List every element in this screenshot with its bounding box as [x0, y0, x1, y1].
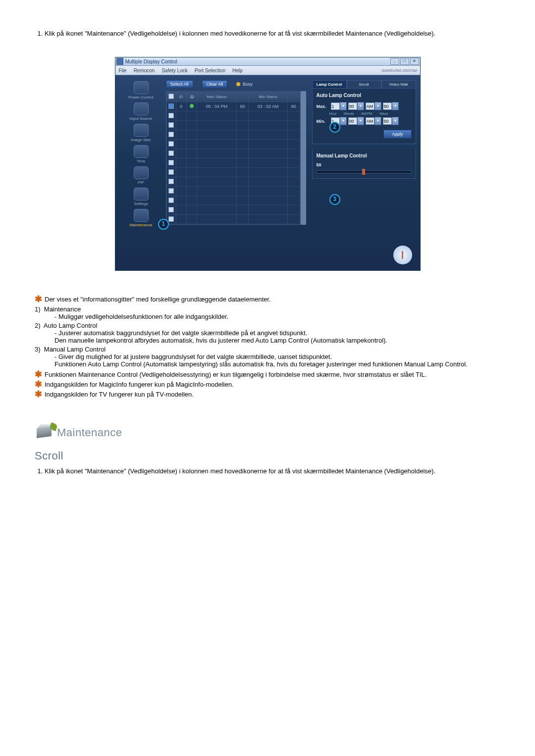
max-ampm-input[interactable] [366, 102, 374, 110]
dropdown-icon[interactable]: ▾ [374, 117, 381, 125]
col-maxstatus: Max Status [197, 92, 237, 102]
auto-lamp-panel: Auto Lamp Control Max. ▾ ▾ ▾ ▾ Hour Minu… [312, 89, 416, 144]
col-minute: Minute [344, 112, 354, 115]
numbered-list: 1) Maintenance - Muliggør vedligeholdels… [35, 305, 500, 368]
titlebar: Multiple Display Control _ □ × [115, 57, 420, 66]
min-value-input[interactable] [383, 117, 392, 125]
tab-lamp-control[interactable]: Lamp Control [312, 80, 347, 89]
menu-file[interactable]: File [115, 68, 130, 73]
min-minute-input[interactable] [348, 117, 357, 125]
callout-1: 1 [158, 219, 169, 230]
item-body: - Giver dig mulighed for at justere bagg… [54, 353, 500, 368]
busy-indicator: Busy [236, 82, 253, 87]
table-row [166, 140, 300, 149]
table-row [166, 121, 300, 130]
dropdown-icon[interactable]: ▾ [357, 102, 364, 110]
col-hour: Hour [329, 112, 337, 115]
tab-video-wall[interactable]: Video Wall [381, 80, 416, 89]
sidebar-item-image[interactable]: Image Size [119, 123, 163, 143]
item-title: Manual Lamp Control [44, 346, 106, 353]
col-power: ⏻ [186, 92, 197, 102]
item-title: Maintenance [44, 305, 81, 313]
sidebar-label: PIP [119, 180, 163, 185]
section-maintenance: Maintenance [35, 423, 500, 442]
max-hour-input[interactable] [331, 102, 340, 110]
menu-safety-lock[interactable]: Safety Lock [158, 68, 191, 73]
maintenance-icon [134, 209, 149, 222]
manual-lamp-title: Manual Lamp Control [317, 153, 367, 158]
sidebar-label: Power Control [119, 95, 163, 100]
tab-scroll[interactable]: Scroll [347, 80, 381, 89]
item-body: - Muliggør vedligeholdelsesfunktionen fo… [54, 313, 500, 320]
input-icon [134, 102, 149, 115]
manual-slider[interactable] [317, 170, 412, 173]
slider-thumb[interactable] [362, 169, 365, 175]
apply-button[interactable]: Apply [383, 130, 412, 139]
col-maxv [236, 92, 249, 102]
table-row [166, 187, 300, 196]
maximize-button[interactable]: □ [400, 58, 409, 65]
menubar: File Remocon Safety Lock Port Selection … [115, 66, 420, 75]
col-value: Value [379, 112, 388, 115]
menu-help[interactable]: Help [229, 68, 246, 73]
col-id: ID [176, 92, 186, 102]
table-row [166, 196, 300, 205]
brand-label: SAMSUNG DIGITall [381, 68, 420, 73]
note-text: Indgangskilden for TV fungerer kun på TV… [45, 391, 194, 398]
app-window: Multiple Display Control _ □ × File Remo… [115, 57, 421, 271]
minimize-button[interactable]: _ [390, 58, 399, 65]
sidebar-item-maintenance[interactable]: Maintenance [119, 208, 163, 228]
data-grid: ID ⏻ Max Status Min Status 0 05 : 04 PM [166, 91, 301, 225]
sidebar-item-settings[interactable]: Settings [119, 187, 163, 207]
manual-value: 50 [317, 162, 321, 167]
app-icon [116, 58, 123, 65]
intro-text: Klik på ikonet "Maintenance" (Vedligehol… [45, 30, 435, 37]
intro2-text: Klik på ikonet "Maintenance" (Vedligehol… [45, 467, 435, 475]
dropdown-icon[interactable]: ▾ [340, 102, 347, 110]
table-row [166, 111, 300, 121]
table-row [166, 168, 300, 177]
min-ampm-input[interactable] [366, 117, 374, 125]
sidebar: Power Control Input Source Image Size Ti… [119, 80, 163, 265]
power-icon [134, 81, 149, 94]
menu-port-selection[interactable]: Port Selection [191, 68, 229, 73]
item-title: Auto Lamp Control [44, 322, 97, 329]
item-num: 1) [35, 305, 41, 313]
dropdown-icon[interactable]: ▾ [392, 102, 399, 110]
sidebar-label: Time [119, 159, 163, 163]
dropdown-icon[interactable]: ▾ [392, 117, 399, 125]
sidebar-item-pip[interactable]: PIP [119, 165, 163, 186]
section-title: Maintenance [57, 426, 122, 439]
busy-dot-icon [236, 82, 240, 86]
col-ampm: AM/PM [361, 112, 373, 115]
item-num: 3) [35, 346, 41, 353]
dropdown-icon[interactable]: ▾ [374, 102, 381, 110]
pip-icon [134, 166, 149, 179]
sidebar-item-input[interactable]: Input Source [119, 101, 163, 122]
table-row [166, 205, 300, 215]
dropdown-icon[interactable]: ▾ [357, 117, 364, 125]
note-text: Indgangskilden for MagicInfo fungerer ku… [45, 381, 234, 388]
dropdown-icon[interactable]: ▾ [340, 117, 347, 125]
sidebar-item-power[interactable]: Power Control [119, 80, 163, 101]
max-value-input[interactable] [383, 102, 392, 110]
close-button[interactable]: × [410, 58, 419, 65]
max-minute-input[interactable] [348, 102, 357, 110]
col-check[interactable] [166, 92, 176, 102]
sidebar-item-time[interactable]: Time [119, 144, 163, 164]
table-row[interactable]: 0 05 : 04 PM 60 03 : 02 AM 80 [166, 102, 300, 111]
sidebar-label: Image Size [119, 138, 163, 142]
settings-icon [134, 188, 149, 201]
table-row [166, 149, 300, 158]
note-text: Der vises et "informationsgitter" med fo… [45, 296, 271, 303]
image-icon [134, 124, 149, 137]
select-all-button[interactable]: Select All [166, 80, 193, 88]
table-row [166, 177, 300, 187]
grid-scrollbar[interactable] [301, 91, 306, 225]
manual-lamp-panel: Manual Lamp Control 50 [312, 149, 416, 179]
scroll-heading: Scroll [35, 450, 500, 462]
max-label: Max. [317, 104, 329, 109]
menu-remocon[interactable]: Remocon [130, 68, 159, 73]
item-body: - Justerer automatisk baggrundslyset for… [54, 329, 500, 344]
clear-all-button[interactable]: Clear All [202, 80, 228, 88]
